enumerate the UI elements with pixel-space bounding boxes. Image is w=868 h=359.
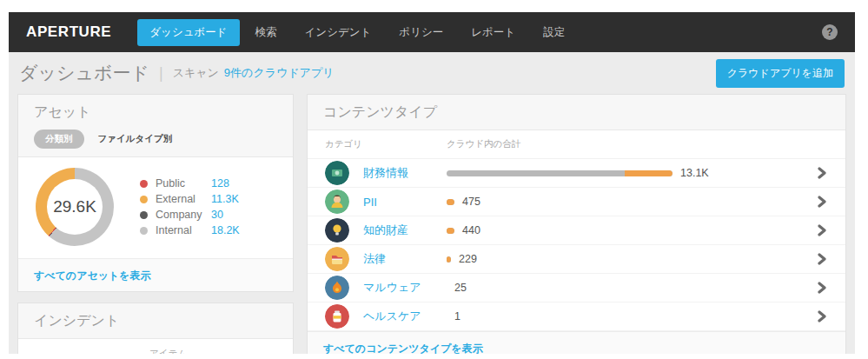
content-type-row: ヘルスケア 1	[308, 302, 845, 331]
content-type-count: 475	[462, 196, 480, 208]
tab-by-classification[interactable]: 分類別	[34, 130, 84, 149]
content-type-bar	[447, 170, 673, 176]
nav-item[interactable]: レポート	[459, 19, 527, 46]
column-item-count: アイテム数	[142, 348, 187, 354]
content-types-footer: すべてのコンテンツタイプを表示	[308, 331, 845, 354]
flame-icon	[325, 276, 349, 300]
nav-item[interactable]: インシデント	[293, 19, 384, 46]
right-column: コンテンツタイプ カテゴリ クラウド内の合計 財務情報 13.1K PII 47…	[307, 94, 846, 354]
assets-donut-chart: 29.6K	[36, 168, 114, 246]
legend-value-link[interactable]: 30	[211, 209, 223, 221]
chevron-right-icon[interactable]	[816, 253, 828, 265]
content-type-bar	[447, 199, 454, 205]
assets-tabs: 分類別 ファイルタイプ別	[34, 130, 277, 149]
scanned-apps-link[interactable]: 9件のクラウドアプリ	[224, 65, 335, 81]
content-type-row: 知的財産 440	[308, 216, 845, 245]
content-type-count: 1	[454, 310, 461, 322]
folder-icon	[325, 247, 349, 271]
nav-item[interactable]: ポリシー	[387, 19, 455, 46]
content-types-header: コンテンツタイプ	[308, 95, 845, 130]
assets-panel-title: アセット	[34, 103, 277, 122]
incidents-column-headers: ルール アイテム数 新規 解決済み	[18, 339, 293, 354]
brand-logo: APERTURE	[26, 23, 111, 41]
legend-label: Internal	[156, 224, 211, 236]
legend-label: Company	[156, 209, 211, 221]
legend-row: Public128	[140, 177, 240, 189]
show-all-assets-link[interactable]: すべてのアセットを表示	[34, 269, 151, 282]
add-cloud-app-button[interactable]: クラウドアプリを追加	[716, 59, 845, 88]
dashboard-content: アセット 分類別 ファイルタイプ別 29.6K Public128Externa…	[9, 94, 855, 354]
incidents-panel: インシデント ルール アイテム数 新規 解決済み 3 CCN 2	[17, 302, 294, 354]
content-type-row: マルウェア 25	[308, 274, 845, 302]
legend-label: External	[156, 193, 211, 205]
top-navbar: APERTURE ダッシュボード検索インシデントポリシーレポート設定 ?	[9, 12, 855, 52]
legend-value-link[interactable]: 18.2K	[211, 224, 240, 236]
chevron-right-icon[interactable]	[816, 310, 828, 322]
content-type-link[interactable]: 法律	[363, 251, 447, 267]
chevron-right-icon[interactable]	[816, 282, 828, 294]
nav-menu: ダッシュボード検索インシデントポリシーレポート設定	[136, 19, 579, 46]
content-type-bar-area: 440	[447, 224, 816, 236]
content-type-link[interactable]: 財務情報	[363, 165, 447, 181]
content-type-link[interactable]: ヘルスケア	[363, 309, 447, 324]
legend-value-link[interactable]: 11.3K	[211, 193, 239, 205]
column-category: カテゴリ	[325, 138, 447, 150]
content-type-count: 13.1K	[680, 167, 709, 179]
assets-total: 29.6K	[36, 168, 114, 246]
incidents-panel-title: インシデント	[34, 312, 277, 330]
content-type-link[interactable]: 知的財産	[363, 223, 447, 238]
content-type-row: 財務情報 13.1K	[308, 159, 845, 188]
content-type-bar-area: 475	[447, 196, 816, 208]
column-cloud-total: クラウド内の合計	[447, 138, 828, 150]
help-icon[interactable]: ?	[822, 24, 838, 40]
legend-dot-icon	[140, 211, 148, 219]
content-type-row: PII 475	[308, 188, 845, 216]
chevron-right-icon[interactable]	[816, 167, 828, 179]
lightbulb-icon	[325, 218, 349, 243]
legend-dot-icon	[140, 196, 148, 203]
person-icon	[325, 189, 349, 214]
legend-dot-icon	[140, 180, 148, 188]
show-all-content-types-link[interactable]: すべてのコンテンツタイプを表示	[323, 342, 483, 354]
content-type-bar-area: 229	[447, 253, 816, 265]
nav-item[interactable]: 設定	[531, 19, 577, 46]
legend-row: Company30	[140, 209, 240, 221]
legend-row: Internal18.2K	[140, 224, 240, 236]
money-icon	[325, 161, 349, 185]
content-types-rows: 財務情報 13.1K PII 475 知的財産 440 法律	[308, 159, 845, 331]
assets-panel: アセット 分類別 ファイルタイプ別 29.6K Public128Externa…	[17, 94, 294, 292]
content-type-bar	[447, 228, 454, 234]
assets-legend: Public128External11.3KCompany30Internal1…	[140, 174, 240, 240]
content-types-title: コンテンツタイプ	[323, 103, 830, 122]
chevron-right-icon[interactable]	[816, 224, 828, 236]
chevron-right-icon[interactable]	[816, 196, 828, 208]
app-window: APERTURE ダッシュボード検索インシデントポリシーレポート設定 ? ダッシ…	[0, 0, 868, 359]
assets-chart-area: 29.6K Public128External11.3KCompany30Int…	[18, 157, 293, 258]
page-title: ダッシュボード	[19, 61, 149, 85]
incidents-panel-header: インシデント	[18, 303, 293, 339]
title-separator: |	[159, 64, 163, 83]
assets-panel-header: アセット 分類別 ファイルタイプ別	[18, 95, 293, 157]
tab-by-filetype[interactable]: ファイルタイプ別	[98, 133, 173, 145]
page-background: APERTURE ダッシュボード検索インシデントポリシーレポート設定 ? ダッシ…	[9, 12, 855, 354]
content-type-bar-area: 1	[447, 310, 816, 322]
scan-label: スキャン	[173, 65, 219, 81]
content-types-panel: コンテンツタイプ カテゴリ クラウド内の合計 財務情報 13.1K PII 47…	[307, 94, 846, 354]
legend-value-link[interactable]: 128	[211, 177, 229, 189]
content-type-bar-area: 13.1K	[447, 167, 816, 179]
content-type-count: 440	[462, 224, 480, 236]
page-header: ダッシュボード | スキャン 9件のクラウドアプリ クラウドアプリを追加	[9, 52, 855, 94]
nav-item[interactable]: ダッシュボード	[137, 19, 239, 46]
legend-label: Public	[156, 177, 211, 189]
content-type-bar-area: 25	[447, 282, 816, 294]
legend-row: External11.3K	[140, 193, 240, 205]
content-type-row: 法律 229	[308, 245, 845, 274]
content-type-link[interactable]: マルウェア	[363, 280, 447, 296]
nav-item[interactable]: 検索	[243, 19, 289, 46]
content-type-count: 25	[454, 282, 467, 294]
content-type-bar	[447, 256, 451, 263]
legend-dot-icon	[140, 227, 148, 235]
left-column: アセット 分類別 ファイルタイプ別 29.6K Public128Externa…	[17, 94, 294, 354]
content-type-count: 229	[459, 253, 477, 265]
content-type-link[interactable]: PII	[363, 196, 447, 209]
